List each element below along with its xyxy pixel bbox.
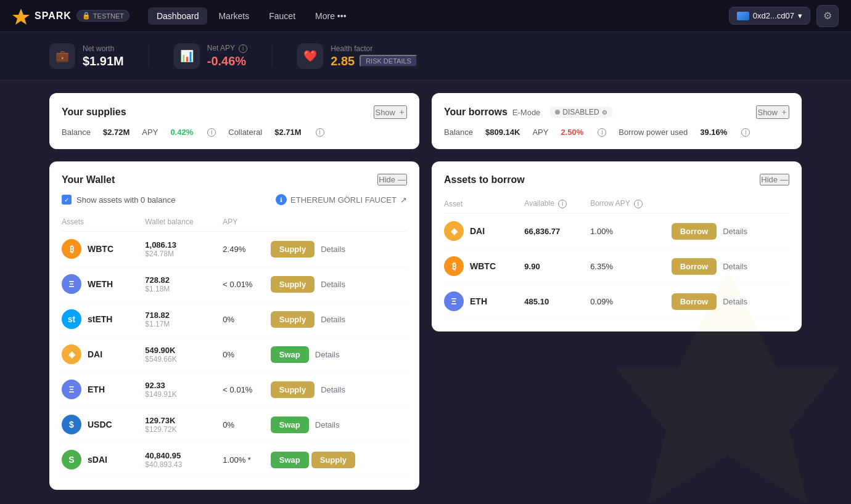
wallet-action-btn1-6[interactable]: Swap bbox=[271, 452, 309, 468]
borrow-button-1[interactable]: Borrow bbox=[672, 258, 717, 275]
borrow-button-0[interactable]: Borrow bbox=[672, 223, 717, 240]
risk-details-button[interactable]: RISK DETAILS bbox=[360, 55, 417, 67]
wallet-address: 0xd2...cd07 bbox=[753, 11, 794, 20]
borrows-header: Your borrows E-Mode DISABLED ⚙ Show ＋ bbox=[444, 105, 789, 119]
wallet-details-btn-1[interactable]: Details bbox=[321, 280, 345, 289]
borrows-show-button[interactable]: Show ＋ bbox=[756, 105, 789, 119]
wallet-action-btn1-0[interactable]: Supply bbox=[271, 241, 314, 258]
supplies-apy-label: APY bbox=[142, 128, 158, 137]
borrows-plus-icon: ＋ bbox=[780, 107, 788, 118]
settings-button[interactable]: ⚙ bbox=[816, 5, 839, 27]
borrows-balance-label: Balance bbox=[444, 128, 473, 137]
borrow-asset-row: Ξ ETH 485.10 0.09% Borrow Details bbox=[444, 284, 789, 319]
borrow-col-apy: Borrow APY i bbox=[590, 194, 672, 214]
supplies-show-button[interactable]: Show ＋ bbox=[374, 105, 407, 119]
faucet-label: ETHEREUM GÖRLI FAUCET bbox=[290, 195, 397, 205]
wallet-actions-4: Supply Details bbox=[271, 381, 407, 398]
wallet-asset-row: S sDAI 40,840.95 $40,893.43 1.00% * Swap… bbox=[62, 442, 407, 478]
wallet-balance-primary-2: 718.82 bbox=[145, 311, 223, 320]
wallet-panel: Your Wallet Hide — ✓ Show assets with 0 … bbox=[49, 161, 419, 490]
supplies-header: Your supplies Show ＋ bbox=[62, 105, 407, 119]
wallet-actions-3: Swap Details bbox=[271, 346, 407, 363]
supplies-apy-info-icon[interactable]: i bbox=[207, 128, 216, 137]
wallet-apy-6: 1.00% * bbox=[223, 455, 251, 465]
borrow-details-btn-2[interactable]: Details bbox=[723, 297, 747, 306]
wallet-action-btn1-5[interactable]: Swap bbox=[271, 417, 309, 433]
net-apy-info-icon[interactable]: i bbox=[239, 44, 247, 53]
borrows-stats: Balance $809.14K APY 2.50% i Borrow powe… bbox=[444, 128, 789, 137]
supplies-title: Your supplies bbox=[62, 107, 126, 118]
emode-label: E-Mode bbox=[512, 108, 541, 117]
main-nav: Dashboard Markets Faucet More ••• bbox=[148, 7, 729, 25]
wallet-asset-row: ₿ WBTC 1,086.13 $24.78M 2.49% Supply Det… bbox=[62, 232, 407, 267]
borrow-apy-val-2: 0.09% bbox=[590, 297, 613, 306]
borrow-col-asset: Asset bbox=[444, 194, 524, 214]
health-stat-icon: ❤️ bbox=[297, 43, 323, 69]
zero-balance-toggle[interactable]: ✓ Show assets with 0 balance bbox=[62, 195, 175, 205]
borrow-hide-button[interactable]: Hide — bbox=[760, 174, 789, 185]
emode-badge[interactable]: DISABLED ⚙ bbox=[550, 107, 612, 118]
wallet-details-btn-4[interactable]: Details bbox=[321, 385, 345, 394]
wallet-asset-name-6: S sDAI bbox=[62, 450, 145, 469]
wallet-actions-5: Swap Details bbox=[271, 417, 407, 433]
stat-divider-2 bbox=[272, 44, 273, 68]
wallet-asset-name-1: Ξ WETH bbox=[62, 274, 145, 294]
supplies-stats: Balance $2.72M APY 0.42% i Collateral $2… bbox=[62, 128, 407, 137]
faucet-link[interactable]: ℹ ETHEREUM GÖRLI FAUCET ↗ bbox=[276, 194, 407, 205]
wallet-details-btn-0[interactable]: Details bbox=[321, 245, 345, 254]
wallet-hide-button[interactable]: Hide — bbox=[377, 174, 407, 185]
borrow-header: Assets to borrow Hide — bbox=[444, 174, 789, 185]
borrow-button-2[interactable]: Borrow bbox=[672, 293, 717, 310]
wallet-asset-row: Ξ ETH 92.33 $149.91K < 0.01% Supply Deta… bbox=[62, 372, 407, 407]
wallet-asset-name-3: ◈ DAI bbox=[62, 344, 145, 364]
wallet-supply-btn-2-6[interactable]: Supply bbox=[311, 452, 355, 468]
external-link-icon: ↗ bbox=[400, 195, 407, 205]
nav-more[interactable]: More ••• bbox=[306, 7, 355, 25]
wallet-balance-secondary-4: $149.91K bbox=[145, 390, 223, 399]
wallet-balance-primary-6: 40,840.95 bbox=[145, 451, 223, 460]
borrow-dash-icon: — bbox=[780, 175, 788, 184]
borrows-balance-value: $809.14K bbox=[485, 128, 520, 137]
borrow-col-actions bbox=[672, 194, 789, 214]
wallet-options: ✓ Show assets with 0 balance ℹ ETHEREUM … bbox=[62, 194, 407, 205]
wallet-asset-row: st stETH 718.82 $1.17M 0% Supply Details bbox=[62, 302, 407, 337]
wallet-action-btn1-2[interactable]: Supply bbox=[271, 311, 314, 328]
wallet-button[interactable]: 0xd2...cd07 ▾ bbox=[729, 7, 810, 25]
nav-faucet[interactable]: Faucet bbox=[260, 7, 304, 25]
wallet-asset-logo-4: Ξ bbox=[62, 380, 81, 399]
chevron-down-icon: ▾ bbox=[798, 11, 802, 20]
net-worth-label: Net worth bbox=[83, 44, 124, 53]
wallet-balance-primary-5: 129.73K bbox=[145, 416, 223, 425]
wallet-action-btn1-1[interactable]: Supply bbox=[271, 276, 314, 293]
wallet-details-btn-5[interactable]: Details bbox=[315, 420, 340, 429]
stat-divider-1 bbox=[149, 44, 149, 68]
wallet-balance-primary-4: 92.33 bbox=[145, 381, 223, 390]
lock-icon: 🔒 bbox=[82, 12, 91, 20]
testnet-badge[interactable]: 🔒 TESTNET bbox=[76, 10, 130, 22]
borrow-apy-info-icon[interactable]: i bbox=[634, 200, 643, 208]
wallet-details-btn-3[interactable]: Details bbox=[315, 350, 340, 359]
wallet-balance-primary-1: 728.82 bbox=[145, 275, 223, 285]
borrow-power-label: Borrow power used bbox=[619, 128, 688, 137]
wallet-details-btn-2[interactable]: Details bbox=[321, 315, 345, 324]
nav-markets[interactable]: Markets bbox=[210, 7, 258, 25]
app-name: SPARK bbox=[35, 10, 72, 22]
wallet-action-btn1-3[interactable]: Swap bbox=[271, 346, 309, 363]
borrow-power-info-icon[interactable]: i bbox=[741, 128, 750, 137]
health-factor-stat: ❤️ Health factor 2.85 RISK DETAILS bbox=[297, 43, 417, 69]
borrow-available-0: 66,836.77 bbox=[524, 227, 560, 236]
wallet-asset-logo-2: st bbox=[62, 309, 81, 329]
gear-icon: ⚙ bbox=[823, 10, 832, 22]
svg-marker-0 bbox=[12, 9, 30, 25]
borrow-title: Assets to borrow bbox=[444, 174, 525, 185]
wallet-action-btn1-4[interactable]: Supply bbox=[271, 381, 314, 398]
zero-balance-checkbox[interactable]: ✓ bbox=[62, 195, 72, 205]
available-info-icon[interactable]: i bbox=[558, 200, 567, 208]
borrow-details-btn-0[interactable]: Details bbox=[723, 227, 747, 236]
borrows-apy-info-icon[interactable]: i bbox=[598, 128, 606, 137]
supplies-collateral-info-icon[interactable]: i bbox=[316, 128, 324, 137]
borrow-details-btn-1[interactable]: Details bbox=[723, 262, 747, 271]
wallet-actions-2: Supply Details bbox=[271, 311, 407, 328]
nav-dashboard[interactable]: Dashboard bbox=[148, 7, 208, 25]
wallet-asset-name-2: st stETH bbox=[62, 309, 145, 329]
